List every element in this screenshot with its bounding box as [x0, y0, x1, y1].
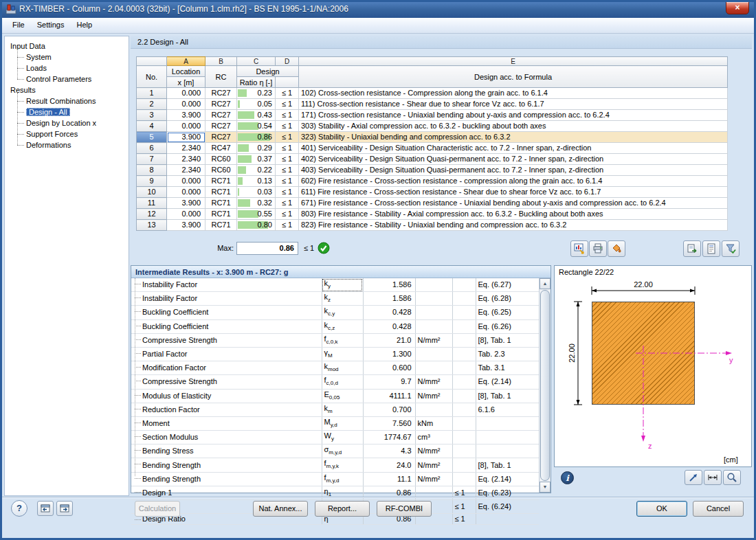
- report-button[interactable]: Report...: [315, 501, 370, 517]
- pan-view-button[interactable]: [685, 470, 702, 485]
- formula-cell[interactable]: 303) Stability - Axial compression acc. …: [299, 121, 728, 132]
- param-symbol[interactable]: kmod: [322, 361, 363, 375]
- prev-panel-button[interactable]: [37, 501, 54, 516]
- design-row[interactable]: 113.900RC710.32≤ 1671) Fire resistance -…: [137, 198, 728, 209]
- param-symbol[interactable]: fm,y,k: [322, 458, 363, 472]
- ratio-cell[interactable]: 0.86: [237, 132, 276, 143]
- param-symbol[interactable]: ky: [322, 278, 363, 292]
- ratio-cell[interactable]: 0.22: [237, 165, 276, 176]
- intermediate-row[interactable]: MomentMy,d7.560kNm: [131, 416, 539, 430]
- param-symbol[interactable]: fc,0,k: [322, 333, 363, 347]
- report-button-icon[interactable]: [702, 240, 720, 257]
- row-number-cell[interactable]: 6: [137, 143, 167, 154]
- rc-cell[interactable]: RC71: [205, 187, 237, 198]
- rc-cell[interactable]: RC27: [205, 132, 237, 143]
- rf-combi-button[interactable]: RF-COMBI: [377, 501, 432, 517]
- row-number-cell[interactable]: 12: [137, 209, 167, 220]
- scroll-down-arrow[interactable]: ▼: [540, 482, 551, 493]
- row-number-cell[interactable]: 3: [137, 110, 167, 121]
- limit-cell[interactable]: ≤ 1: [276, 187, 299, 198]
- scrollbar-thumb[interactable]: [540, 290, 550, 481]
- limit-cell[interactable]: ≤ 1: [276, 143, 299, 154]
- rc-cell[interactable]: RC27: [205, 99, 237, 110]
- intermediate-row[interactable]: Modification Factorkmod0.600Tab. 3.1: [131, 361, 539, 375]
- app-icon[interactable]: [5, 3, 16, 14]
- formula-cell[interactable]: 401) Serviceability - Design Situation C…: [299, 143, 728, 154]
- color-scale-button[interactable]: [608, 240, 625, 257]
- rc-cell[interactable]: RC60: [205, 165, 237, 176]
- limit-cell[interactable]: ≤ 1: [276, 198, 299, 209]
- formula-cell[interactable]: 111) Cross-section resistance - Shear du…: [299, 99, 728, 110]
- sidebar-item-support-forces[interactable]: Support Forces: [17, 128, 129, 139]
- column-letter-c[interactable]: C: [237, 57, 276, 66]
- menu-settings[interactable]: Settings: [31, 18, 71, 31]
- next-panel-button[interactable]: [56, 501, 73, 516]
- sidebar-item-input-data[interactable]: Input Data: [9, 41, 129, 52]
- sidebar-item-control-parameters[interactable]: Control Parameters: [17, 74, 129, 85]
- formula-cell[interactable]: 611) Fire resistance - Cross-section res…: [299, 187, 728, 198]
- design-row[interactable]: 20.000RC270.05≤ 1111) Cross-section resi…: [137, 99, 728, 110]
- formula-cell[interactable]: 803) Fire resistance - Stability - Axial…: [299, 209, 728, 220]
- location-cell[interactable]: 0.000: [167, 88, 205, 99]
- row-number-cell[interactable]: 4: [137, 121, 167, 132]
- row-number-cell[interactable]: 11: [137, 198, 167, 209]
- titlebar[interactable]: RX-TIMBER - Column - 2.04.0003 (32bit) -…: [0, 0, 756, 18]
- rc-cell[interactable]: RC71: [205, 209, 237, 220]
- location-cell[interactable]: 2.340: [167, 143, 205, 154]
- row-number-cell[interactable]: 7: [137, 154, 167, 165]
- design-row[interactable]: 72.340RC600.37≤ 1402) Serviceability - D…: [137, 154, 728, 165]
- close-button[interactable]: ×: [726, 1, 749, 14]
- rc-cell[interactable]: RC60: [205, 154, 237, 165]
- design-row[interactable]: 90.000RC710.13≤ 1602) Fire resistance - …: [137, 176, 728, 187]
- location-cell[interactable]: 0.000: [167, 187, 205, 198]
- formula-cell[interactable]: 102) Cross-section resistance - Compress…: [299, 88, 728, 99]
- info-button[interactable]: i: [561, 471, 574, 484]
- location-cell[interactable]: 3.900: [167, 220, 205, 231]
- ok-button[interactable]: OK: [636, 501, 687, 517]
- sidebar-item-design-by-location-x[interactable]: Design by Location x: [17, 117, 129, 128]
- location-cell[interactable]: 0.000: [167, 176, 205, 187]
- formula-cell[interactable]: 403) Serviceability - Design Situation Q…: [299, 165, 728, 176]
- limit-cell[interactable]: ≤ 1: [276, 132, 299, 143]
- intermediate-row[interactable]: Modulus of ElasticityE0,054111.1N/mm²[8]…: [131, 389, 539, 403]
- intermediate-row[interactable]: Buckling Coefficientkc,y0.428Eq. (6.25): [131, 306, 539, 319]
- column-letter-d[interactable]: D: [276, 57, 299, 66]
- param-symbol[interactable]: My,d: [322, 416, 363, 430]
- row-number-cell[interactable]: 13: [137, 220, 167, 231]
- intermediate-row[interactable]: Compressive Strengthfc,0,k21.0N/mm²[8], …: [131, 333, 539, 347]
- calculation-button[interactable]: Calculation: [135, 501, 180, 517]
- param-symbol[interactable]: kc,y: [322, 306, 363, 319]
- rc-cell[interactable]: RC71: [205, 176, 237, 187]
- location-cell[interactable]: 0.000: [167, 121, 205, 132]
- formula-cell[interactable]: 402) Serviceability - Design Situation Q…: [299, 154, 728, 165]
- intermediate-row[interactable]: Bending Strengthfm,y,d11.1N/mm²Eq. (2.14…: [131, 472, 539, 486]
- location-cell[interactable]: 0.000: [167, 99, 205, 110]
- ratio-cell[interactable]: 0.32: [237, 198, 276, 209]
- scroll-up-arrow[interactable]: ▲: [540, 278, 551, 289]
- row-number-cell[interactable]: 5: [137, 132, 167, 143]
- param-symbol[interactable]: σm,y,d: [322, 445, 363, 458]
- ratio-cell[interactable]: 0.13: [237, 176, 276, 187]
- intermediate-row[interactable]: Instability Factorkz1.586Eq. (6.28): [131, 292, 539, 306]
- menu-file[interactable]: File: [6, 18, 31, 31]
- rc-cell[interactable]: RC27: [205, 121, 237, 132]
- formula-cell[interactable]: 602) Fire resistance - Cross-section res…: [299, 176, 728, 187]
- rc-cell[interactable]: RC71: [205, 198, 237, 209]
- location-cell[interactable]: 3.900: [167, 110, 205, 121]
- ratio-cell[interactable]: 0.54: [237, 121, 276, 132]
- dimension-toggle-button[interactable]: [704, 470, 722, 485]
- result-diagram-button[interactable]: [570, 240, 588, 257]
- sidebar-item-results[interactable]: Results: [9, 85, 129, 95]
- intermediate-row[interactable]: Buckling Coefficientkc,z0.428Eq. (6.26): [131, 319, 539, 333]
- param-symbol[interactable]: fc,0,d: [322, 375, 363, 389]
- intermediate-row[interactable]: Instability Factorky1.586Eq. (6.27): [131, 278, 539, 292]
- sidebar-item-loads[interactable]: Loads: [17, 63, 129, 74]
- limit-cell[interactable]: ≤ 1: [276, 176, 299, 187]
- ratio-cell[interactable]: 0.03: [237, 187, 276, 198]
- location-cell[interactable]: 0.000: [167, 209, 205, 220]
- ratio-cell[interactable]: 0.55: [237, 209, 276, 220]
- design-row[interactable]: 100.000RC710.03≤ 1611) Fire resistance -…: [137, 187, 728, 198]
- intermediate-row[interactable]: Partial FactorγM1.300Tab. 2.3: [131, 347, 539, 361]
- intermediate-row[interactable]: Reduction Factorkm0.7006.1.6: [131, 403, 539, 416]
- rc-cell[interactable]: RC27: [205, 110, 237, 121]
